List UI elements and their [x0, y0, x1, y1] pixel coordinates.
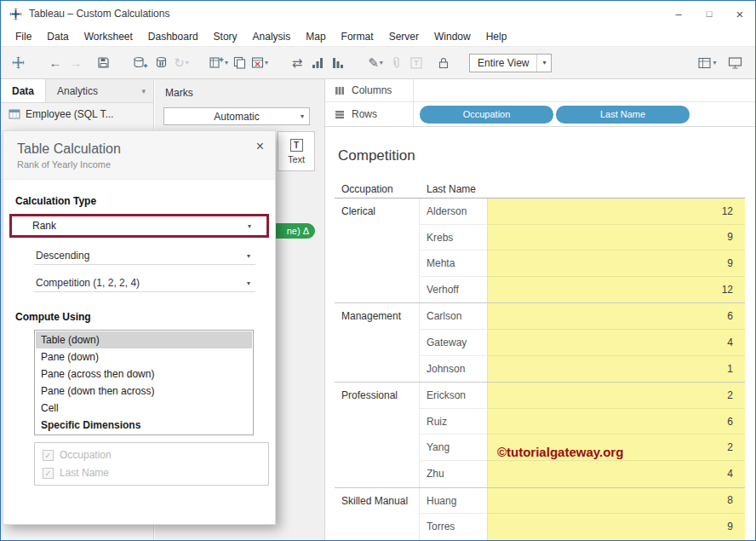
measure-pill-label: ne) Δ [287, 226, 309, 236]
checkbox-icon: ✓ [43, 468, 54, 479]
chevron-down-icon: ▾ [713, 59, 716, 66]
lastname-header-cell[interactable]: Ruiz [420, 409, 487, 435]
menu-analysis[interactable]: Analysis [245, 29, 299, 44]
menu-bar: FileDataWorksheetDashboardStoryAnalysisM… [1, 26, 755, 46]
dialog-subtitle: Rank of Yearly Income [17, 159, 261, 170]
rank-value-cell[interactable]: 9 [488, 225, 745, 251]
undo-button[interactable]: ← [45, 52, 66, 74]
sheet-title: Competition [338, 147, 755, 164]
occupation-header-cell[interactable]: Management [335, 303, 420, 382]
tab-data[interactable]: Data [1, 79, 46, 102]
lastname-header-cell[interactable]: Krebs [420, 225, 487, 251]
compute-option-table-down[interactable]: Table (down) [36, 331, 252, 348]
new-datasource-button[interactable] [130, 52, 151, 74]
label-icon [410, 57, 422, 69]
lastname-header-cell[interactable]: Johnson [420, 356, 487, 383]
highlighter-icon: ✎ [368, 56, 379, 69]
tableau-home-button[interactable] [8, 52, 28, 74]
pane-collapse-icon[interactable]: ▾ [134, 79, 153, 102]
close-button[interactable]: × [724, 1, 755, 26]
menu-dashboard[interactable]: Dashboard [140, 29, 206, 44]
menu-server[interactable]: Server [381, 29, 427, 44]
rank-value-cell[interactable]: 4 [488, 461, 745, 487]
show-cards-button[interactable]: ▾ [697, 52, 718, 74]
mark-type-dropdown[interactable]: Automatic ▾ [163, 107, 310, 125]
occupation-header-cell[interactable]: Clerical [335, 199, 420, 302]
lastname-header-cell[interactable]: Gateway [420, 330, 487, 356]
rank-value-cell[interactable]: 6 [488, 303, 745, 330]
maximize-button[interactable]: □ [694, 1, 724, 26]
compute-option-pane-down-then-across[interactable]: Pane (down then across) [36, 383, 252, 400]
compute-option-pane-across-then-down[interactable]: Pane (across then down) [36, 365, 252, 383]
menu-help[interactable]: Help [478, 29, 515, 44]
highlight-button[interactable]: ✎▾ [365, 52, 386, 74]
chevron-down-icon: ▾ [536, 55, 551, 72]
new-worksheet-button[interactable]: ▾ [209, 52, 229, 74]
sort-descending-button[interactable] [328, 52, 348, 74]
duplicate-sheet-button[interactable] [229, 52, 249, 74]
rank-value-cell[interactable]: 9 [488, 250, 745, 277]
compute-option-pane-down[interactable]: Pane (down) [36, 348, 252, 365]
minimize-button[interactable]: – [663, 1, 694, 26]
rank-value-cell[interactable]: 2 [488, 383, 745, 409]
table-group-clerical: ClericalAldersonKrebsMehtaVerhoff129912 [335, 199, 745, 303]
lastname-header-cell[interactable]: Alderson [420, 199, 487, 225]
compute-option-cell[interactable]: Cell [36, 400, 252, 417]
calculation-type-dropdown[interactable]: Rank ▾ [12, 216, 266, 235]
fix-axes-button[interactable] [433, 52, 454, 74]
menu-story[interactable]: Story [206, 29, 245, 44]
rank-value-cell[interactable]: 12 [488, 277, 745, 303]
rank-value-cell[interactable]: 4 [488, 330, 745, 356]
clear-sheet-button[interactable]: ▾ [249, 52, 270, 74]
presentation-mode-button[interactable] [724, 52, 745, 74]
rank-value-cell[interactable]: 8 [488, 488, 745, 515]
lastname-header-cell[interactable]: Mehta [420, 250, 487, 277]
lastname-header-cell[interactable]: Verhoff [420, 277, 487, 303]
pill-last-name[interactable]: Last Name [556, 106, 690, 124]
lastname-header-cell[interactable]: Erickson [420, 383, 487, 409]
lastname-header-cell[interactable]: Carlson [420, 303, 487, 330]
compute-option-specific-dimensions[interactable]: Specific Dimensions [36, 417, 252, 434]
menu-window[interactable]: Window [427, 29, 478, 44]
dimension-row-occupation: ✓Occupation [43, 449, 261, 461]
sort-order-dropdown[interactable]: Descending ▾ [34, 247, 255, 265]
pause-updates-button[interactable] [151, 52, 171, 74]
menu-data[interactable]: Data [39, 29, 76, 44]
occupation-header-cell[interactable]: Skilled Manual [335, 488, 420, 540]
dialog-title: Table Calculation [17, 141, 261, 157]
menu-map[interactable]: Map [298, 29, 333, 44]
swap-axes-button[interactable]: ⇄ [287, 52, 307, 74]
menu-format[interactable]: Format [334, 29, 381, 44]
rank-value-cell[interactable]: 9 [488, 514, 745, 540]
pill-occupation[interactable]: Occupation [420, 106, 553, 124]
rank-value-cell[interactable]: 6 [488, 409, 745, 435]
chevron-down-icon: ▾ [301, 112, 304, 120]
tableau-home-icon [12, 56, 25, 69]
paperclip-icon [391, 56, 401, 69]
rank-method-dropdown[interactable]: Competition (1, 2, 2, 4) ▾ [34, 274, 255, 292]
column-header-lastname[interactable]: Last Name [420, 181, 488, 198]
columns-shelf[interactable]: Columns [325, 79, 755, 102]
window-title: Tableau – Custom Calculations [29, 8, 169, 20]
redo-icon: → [70, 56, 83, 69]
column-header-occupation[interactable]: Occupation [335, 181, 420, 198]
lastname-header-cell[interactable]: Torres [420, 514, 487, 540]
text-button[interactable]: T Text [278, 131, 315, 171]
menu-worksheet[interactable]: Worksheet [77, 29, 140, 44]
lastname-header-cell[interactable]: Yang [420, 435, 487, 461]
lastname-header-cell[interactable]: Zhu [420, 461, 487, 487]
menu-file[interactable]: File [8, 29, 39, 44]
fit-mode-select[interactable]: Entire View ▾ [469, 54, 552, 72]
save-button[interactable] [93, 52, 113, 74]
rank-value-cell[interactable]: 12 [488, 199, 745, 225]
rank-value-cell[interactable]: 1 [488, 356, 745, 383]
calculation-type-value: Rank [32, 220, 56, 232]
sort-ascending-button[interactable] [307, 52, 328, 74]
lastname-column: HuangTorres [420, 488, 488, 540]
tab-analytics[interactable]: Analytics [46, 79, 109, 102]
datasource-item[interactable]: Employee (SQL T... [1, 103, 153, 125]
dialog-close-button[interactable]: × [256, 139, 264, 154]
rows-shelf[interactable]: Rows OccupationLast Name [325, 102, 755, 127]
occupation-header-cell[interactable]: Professional [335, 383, 420, 486]
lastname-header-cell[interactable]: Huang [420, 488, 487, 515]
